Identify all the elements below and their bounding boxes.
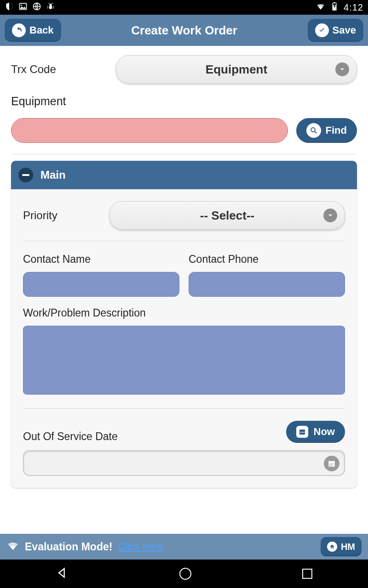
back-icon (12, 23, 26, 37)
nav-recent-icon[interactable] (302, 569, 312, 579)
contact-name-label: Contact Name (23, 253, 179, 266)
trx-code-dropdown[interactable]: Equipment (116, 55, 357, 84)
priority-label: Priority (23, 209, 101, 222)
save-label: Save (333, 24, 356, 36)
priority-value: -- Select-- (200, 209, 254, 223)
svg-rect-12 (302, 432, 303, 433)
globe-icon (32, 2, 41, 13)
out-of-service-date-input[interactable] (23, 450, 345, 476)
svg-rect-4 (49, 6, 52, 9)
description-textarea[interactable] (23, 326, 345, 395)
svg-rect-6 (334, 2, 335, 3)
svg-rect-13 (303, 432, 304, 433)
chevron-down-icon (335, 62, 349, 76)
contact-name-input[interactable] (23, 272, 179, 297)
wifi-icon (6, 539, 19, 554)
clock-text: 4:12 (344, 2, 363, 13)
section-header[interactable]: Main (11, 161, 357, 189)
svg-rect-11 (300, 432, 301, 433)
trx-code-label: Trx Code (11, 63, 108, 76)
chevron-down-icon (323, 209, 337, 222)
image-icon (18, 2, 28, 13)
svg-rect-16 (330, 464, 331, 464)
svg-rect-19 (330, 465, 331, 466)
page-title: Create Work Order (61, 23, 308, 38)
nav-home-icon[interactable] (179, 568, 191, 580)
trx-code-value: Equipment (206, 62, 267, 77)
svg-rect-17 (331, 464, 332, 464)
find-button[interactable]: Find (296, 118, 357, 143)
wifi-icon (316, 2, 325, 13)
divider (11, 154, 357, 154)
battery-icon (330, 2, 339, 13)
find-label: Find (326, 124, 347, 136)
bug-icon (46, 2, 55, 13)
contact-phone-input[interactable] (189, 272, 345, 297)
equipment-input[interactable] (11, 118, 288, 143)
main-section: Main Priority -- Select-- Contact Name C… (11, 161, 357, 488)
app-header: Back Create Work Order Save (0, 15, 368, 46)
nav-back-icon[interactable] (56, 566, 69, 581)
save-button[interactable]: Save (308, 19, 363, 42)
shield-icon (5, 2, 14, 13)
check-icon (315, 23, 329, 37)
back-label: Back (29, 24, 54, 36)
search-icon (306, 123, 321, 138)
description-label: Work/Problem Description (23, 307, 345, 319)
now-label: Now (314, 426, 335, 438)
now-button[interactable]: Now (286, 421, 345, 443)
divider (23, 408, 345, 409)
evaluation-link[interactable]: Click here (118, 541, 163, 553)
back-button[interactable]: Back (5, 19, 61, 42)
home-icon (327, 542, 337, 552)
svg-rect-18 (333, 464, 334, 464)
evaluation-text: Evaluation Mode! (25, 541, 112, 553)
hm-label: HM (341, 542, 355, 552)
android-statusbar: 4:12 (0, 0, 368, 15)
svg-point-8 (311, 128, 315, 132)
divider (23, 241, 345, 241)
calendar-icon (324, 456, 339, 471)
collapse-icon (18, 168, 33, 182)
contact-phone-label: Contact Phone (189, 253, 345, 266)
section-title: Main (40, 169, 66, 181)
priority-dropdown[interactable]: -- Select-- (109, 201, 345, 230)
svg-rect-15 (328, 461, 335, 463)
equipment-label: Equipment (11, 95, 357, 108)
hm-button[interactable]: HM (321, 537, 362, 556)
svg-rect-20 (331, 465, 332, 466)
calendar-icon (296, 426, 308, 438)
svg-rect-10 (299, 430, 305, 431)
android-navbar (0, 560, 368, 588)
out-of-service-label: Out Of Service Date (23, 430, 118, 443)
svg-point-1 (21, 5, 22, 6)
evaluation-bar: Evaluation Mode! Click here HM (0, 534, 368, 560)
